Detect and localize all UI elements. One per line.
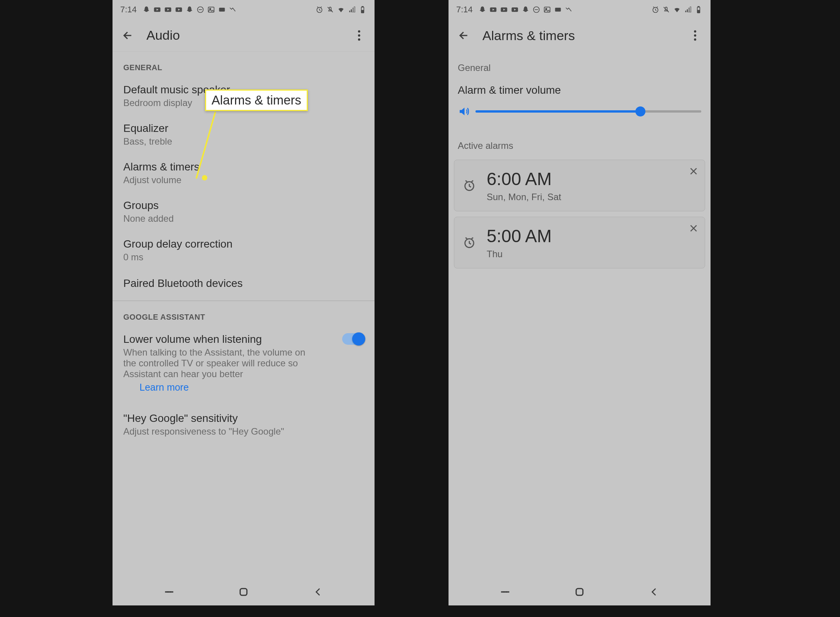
svg-rect-30 [555, 8, 561, 12]
svg-rect-10 [351, 9, 352, 12]
close-icon[interactable] [689, 166, 699, 178]
status-bar: 7:14 [113, 0, 375, 19]
row-group-delay[interactable]: Group delay correction 0 ms [113, 231, 375, 270]
alarm-card[interactable]: 5:00 AM Thu [454, 217, 705, 268]
badge-icon [554, 6, 562, 13]
svg-rect-34 [689, 8, 690, 12]
snapchat-icon-2 [521, 6, 530, 13]
image-icon [543, 6, 551, 13]
youtube-icon [489, 6, 497, 13]
vibrate-icon [326, 6, 334, 13]
more-button[interactable] [687, 28, 703, 43]
youtube-icon-2 [500, 6, 508, 13]
youtube-icon-3 [511, 6, 519, 13]
app-header: Audio [113, 19, 375, 52]
svg-point-17 [358, 34, 360, 37]
youtube-icon [153, 6, 161, 13]
snapchat-icon [142, 6, 151, 13]
svg-rect-11 [353, 8, 354, 12]
svg-rect-5 [208, 7, 214, 12]
row-subtitle: None added [123, 213, 364, 224]
nav-home[interactable] [235, 583, 252, 601]
youtube-icon-3 [175, 6, 183, 13]
svg-rect-22 [240, 588, 247, 595]
row-lower-volume[interactable]: Lower volume when listening When talking… [113, 326, 375, 400]
svg-rect-7 [219, 8, 225, 12]
lower-volume-toggle[interactable] [342, 333, 364, 345]
row-subtitle: When talking to the Assistant, the volum… [123, 347, 312, 379]
alarm-days: Thu [487, 249, 552, 260]
phone-right: 7:14 Alarms & timers General Alarm [449, 0, 711, 605]
row-title: Alarms & timers [123, 161, 364, 173]
svg-rect-14 [362, 7, 363, 7]
alarm-card[interactable]: 6:00 AM Sun, Mon, Fri, Sat [454, 160, 705, 211]
nav-back[interactable] [645, 583, 663, 601]
svg-point-41 [694, 39, 696, 41]
back-button[interactable] [120, 28, 136, 43]
phone-left: 7:14 Audio GENERAL [113, 0, 375, 605]
nav-back[interactable] [309, 583, 327, 601]
svg-rect-38 [698, 10, 700, 13]
snapchat-icon-2 [185, 6, 194, 13]
row-subtitle: Adjust volume [123, 175, 364, 185]
svg-point-16 [358, 30, 360, 32]
back-button[interactable] [456, 28, 472, 43]
alarm-time: 6:00 AM [487, 169, 561, 189]
alarm-status-icon [315, 6, 324, 13]
alarm-days: Sun, Mon, Fri, Sat [487, 192, 561, 202]
android-navbar [113, 578, 375, 605]
section-assistant: GOOGLE ASSISTANT [113, 301, 375, 326]
wifi-icon [673, 6, 681, 13]
battery-icon [694, 6, 703, 13]
close-icon[interactable] [689, 223, 699, 235]
row-title: "Hey Google" sensitivity [123, 412, 364, 425]
dnd-icon [532, 6, 541, 13]
row-hey-google[interactable]: "Hey Google" sensitivity Adjust responsi… [113, 405, 375, 444]
row-subtitle: 0 ms [123, 252, 364, 263]
youtube-icon-2 [164, 6, 172, 13]
row-title: Group delay correction [123, 238, 364, 250]
trend-down-icon [228, 6, 237, 13]
volume-slider[interactable] [475, 110, 701, 113]
nav-recents[interactable] [160, 583, 178, 601]
more-button[interactable] [351, 28, 367, 43]
svg-point-18 [358, 38, 360, 40]
vibrate-icon [662, 6, 670, 13]
callout-dot [202, 175, 207, 180]
svg-rect-15 [362, 10, 364, 13]
badge-icon [218, 6, 226, 13]
status-time: 7:14 [120, 5, 137, 15]
learn-more-link[interactable]: Learn more [123, 379, 334, 393]
svg-rect-51 [576, 588, 583, 595]
trend-down-icon [564, 6, 573, 13]
row-paired-bluetooth[interactable]: Paired Bluetooth devices [113, 270, 375, 297]
snapchat-icon [478, 6, 487, 13]
volume-title: Alarm & timer volume [449, 76, 711, 103]
callout-label: Alarms & timers [205, 89, 308, 111]
row-title: Equalizer [123, 122, 364, 135]
svg-rect-28 [544, 7, 550, 12]
row-groups[interactable]: Groups None added [113, 192, 375, 231]
row-equalizer[interactable]: Equalizer Bass, treble [113, 115, 375, 154]
section-general: General [449, 52, 711, 76]
svg-rect-37 [698, 7, 699, 7]
svg-rect-9 [349, 11, 350, 12]
row-subtitle: Bass, treble [123, 136, 364, 147]
nav-recents[interactable] [496, 583, 514, 601]
alarm-clock-icon [463, 179, 476, 192]
image-icon [207, 6, 215, 13]
svg-rect-35 [690, 7, 691, 12]
svg-rect-12 [354, 7, 355, 12]
signal-icon [684, 6, 692, 13]
svg-rect-33 [687, 9, 688, 12]
nav-home[interactable] [571, 583, 588, 601]
section-active-alarms: Active alarms [449, 126, 711, 154]
svg-point-39 [694, 30, 696, 33]
alarm-clock-icon [463, 236, 476, 249]
row-alarms-timers[interactable]: Alarms & timers Adjust volume [113, 154, 375, 192]
status-time: 7:14 [456, 5, 473, 15]
wifi-icon [337, 6, 345, 13]
alarm-time: 5:00 AM [487, 226, 552, 246]
svg-rect-32 [685, 11, 686, 12]
android-navbar [449, 578, 711, 605]
